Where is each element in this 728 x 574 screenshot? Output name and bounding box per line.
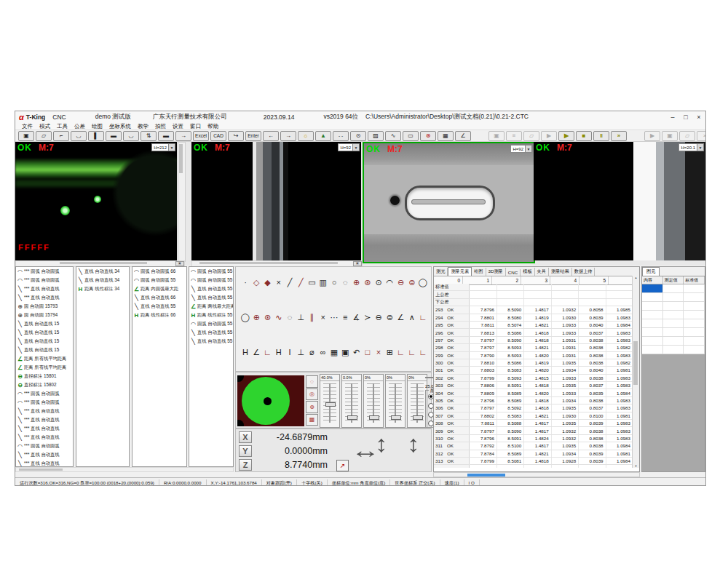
table-hscrollbar[interactable] xyxy=(433,472,640,477)
table-cell[interactable]: 8.5091 xyxy=(497,382,524,388)
table-cell[interactable]: 8.5088 xyxy=(497,420,524,426)
list-item[interactable]: ╲ 直线 自动直线 55 xyxy=(189,293,233,302)
table-row[interactable]: 下公差 xyxy=(434,299,633,306)
toolbar-button[interactable]: ▱ xyxy=(679,131,695,141)
tool-icon[interactable]: ≻ xyxy=(363,312,373,322)
row-label[interactable]: 306OK xyxy=(434,404,470,411)
slider-thumb[interactable] xyxy=(413,415,423,420)
toolbar-button[interactable]: ▣ xyxy=(662,131,678,141)
table-cell[interactable]: 1.0983 xyxy=(606,314,633,321)
tool-icon[interactable]: ⊜ xyxy=(407,277,417,287)
table-cell[interactable]: 1.0931 xyxy=(552,344,579,351)
toolbar-button[interactable]: ⇅ xyxy=(141,131,157,141)
row-label[interactable]: 313OK xyxy=(434,458,470,464)
list-item[interactable]: ◠ *** 圆弧 自动圆弧 xyxy=(16,442,73,450)
row-label[interactable]: 294OK xyxy=(434,314,470,321)
table-row[interactable]: 294OK7.88018.50801.48191.09300.80391.098… xyxy=(434,314,633,322)
table-row[interactable]: 上公差 xyxy=(434,291,633,298)
list-item[interactable]: ◠ 圆弧 自动圆弧 55 xyxy=(189,276,233,284)
element-cell[interactable] xyxy=(663,337,684,345)
table-cell[interactable]: 1.0984 xyxy=(606,322,633,328)
table-cell[interactable]: 1.0983 xyxy=(606,435,633,442)
table-cell[interactable]: 1.0981 xyxy=(606,450,633,457)
table-cell[interactable]: 1.0930 xyxy=(552,412,579,419)
table-tab[interactable]: CNC xyxy=(506,269,521,276)
table-cell[interactable]: 0.8039 xyxy=(579,389,606,396)
table-cell[interactable]: 1.0935 xyxy=(552,442,579,449)
row-label[interactable]: 312OK xyxy=(434,450,470,457)
table-cell[interactable]: 1.0984 xyxy=(606,389,633,396)
tool-icon[interactable]: ∟ xyxy=(407,347,417,357)
list-item[interactable]: ╲ 直线 自动直线 34 xyxy=(76,267,129,276)
menu-item[interactable]: 文件 xyxy=(22,123,33,130)
element-row[interactable] xyxy=(642,311,705,319)
tool-icon[interactable]: ╱ xyxy=(296,277,306,287)
tool-icon[interactable]: ╱ xyxy=(285,277,295,287)
table-cell[interactable]: 1.0933 xyxy=(552,322,579,328)
table-cell[interactable]: 8.5091 xyxy=(497,435,524,442)
tool-icon[interactable]: ⊞ xyxy=(384,347,395,357)
camera1-vscrollbar[interactable] xyxy=(178,142,186,262)
table-cell[interactable]: 8.5093 xyxy=(497,375,524,381)
tool-icon[interactable]: I xyxy=(285,347,295,357)
table-cell[interactable]: 7.8797 xyxy=(470,337,496,343)
element-cell[interactable] xyxy=(642,284,663,292)
table-cell[interactable]: 1.4818 xyxy=(524,382,551,388)
row-label[interactable]: 298OK xyxy=(434,344,470,351)
table-cell[interactable]: 0.8039 xyxy=(579,465,606,468)
menu-item[interactable]: 模式 xyxy=(39,123,50,130)
table-cell[interactable] xyxy=(579,291,606,298)
table-cell[interactable]: 7.8799 xyxy=(470,458,496,464)
table-row[interactable]: 312OK7.87848.50891.48211.09340.80391.098… xyxy=(434,450,633,458)
list-item[interactable]: ╲ *** 直线 自动直线 xyxy=(16,459,73,467)
jog-xy-vertical-icon[interactable]: ↕ xyxy=(375,431,388,458)
y-axis-button[interactable]: Y xyxy=(239,445,252,457)
row-label[interactable]: 上公差 xyxy=(434,291,470,298)
menu-item[interactable]: 窗口 xyxy=(190,123,201,130)
jog-z-icon[interactable]: ↕ xyxy=(407,431,420,458)
row-label[interactable]: 310OK xyxy=(434,435,470,442)
tool-icon[interactable]: H xyxy=(240,347,250,357)
tool-icon[interactable]: ⊕ xyxy=(352,277,362,287)
list-item[interactable]: ╲ *** 直线 自动直线 xyxy=(16,407,73,415)
table-cell[interactable]: 1.0934 xyxy=(552,397,579,404)
table-cell[interactable]: 0.8039 xyxy=(579,458,606,464)
table-cell[interactable]: 1.4817 xyxy=(524,306,551,313)
table-cell[interactable]: 8.5086 xyxy=(497,359,524,366)
table-row[interactable]: 309OK7.87978.50901.48171.09320.80381.098… xyxy=(434,427,633,434)
table-cell[interactable]: 1.0983 xyxy=(606,352,633,359)
toolbar-button[interactable]: → xyxy=(280,131,296,141)
element-row[interactable] xyxy=(642,328,705,337)
diagonal-jog-button[interactable]: ↗ xyxy=(336,460,349,471)
table-cell[interactable]: 8.5093 xyxy=(497,344,524,351)
light-slider[interactable]: 0% xyxy=(363,374,384,428)
camera4-zoom-select[interactable]: H=20.1▼ xyxy=(678,143,704,151)
lists-hscrollbar[interactable] xyxy=(15,467,234,472)
tool-icon[interactable]: ∿ xyxy=(274,312,284,322)
table-cell[interactable]: 7.8797 xyxy=(470,344,496,351)
table-cell[interactable]: 1.4818 xyxy=(524,458,551,464)
element-row[interactable] xyxy=(642,284,705,293)
camera1-resize-icon[interactable]: ▣ xyxy=(175,261,184,266)
menu-item[interactable]: 工具 xyxy=(57,123,68,130)
table-cell[interactable]: 1.0982 xyxy=(606,344,633,351)
table-cell[interactable]: 1.4818 xyxy=(524,404,551,411)
table-cell[interactable]: 7.8790 xyxy=(470,352,496,359)
list-item[interactable]: ╲ *** 直线 自动直线 xyxy=(16,415,73,424)
table-cell[interactable]: 7.8796 xyxy=(470,397,496,404)
element-cell[interactable] xyxy=(663,311,684,319)
tool-icon[interactable]: ⊖ xyxy=(373,312,384,322)
element-row[interactable] xyxy=(642,319,705,328)
camera1-zoom-select[interactable]: H=212▼ xyxy=(151,143,175,151)
menu-item[interactable]: 坐标系统 xyxy=(109,123,131,130)
table-cell[interactable]: 7.8796 xyxy=(470,306,496,313)
list-item[interactable]: ◠ 圆弧 自动圆弧 55 xyxy=(189,319,233,328)
tool-icon[interactable]: ∟ xyxy=(396,347,406,357)
table-cell[interactable] xyxy=(497,299,524,306)
table-cell[interactable]: 0.8038 xyxy=(579,359,606,366)
table-cell[interactable]: 1.4824 xyxy=(524,435,551,442)
list-item[interactable]: ◠ *** 圆弧 自动圆弧 xyxy=(16,267,73,276)
table-cell[interactable]: 1.0934 xyxy=(552,450,579,457)
table-row[interactable]: 293OK7.87968.50901.48171.09320.80581.098… xyxy=(434,306,633,314)
slider-thumb[interactable] xyxy=(325,402,336,407)
